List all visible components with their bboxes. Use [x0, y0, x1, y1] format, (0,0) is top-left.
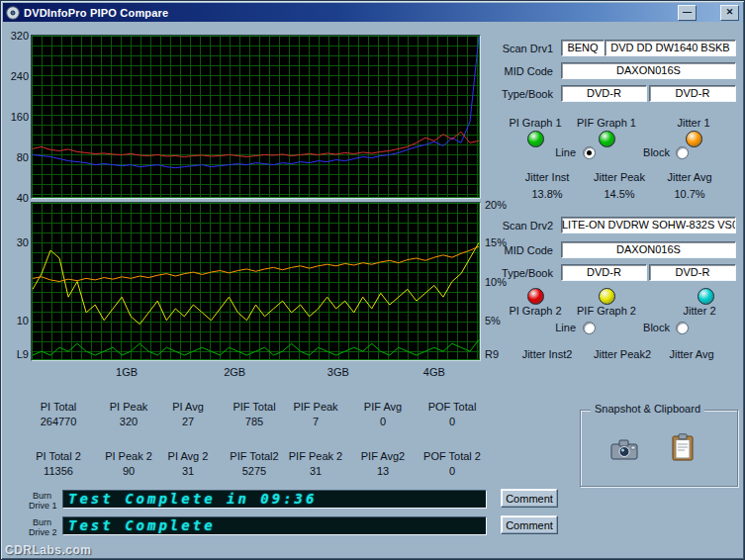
pif-graph1-label: PIF Graph 1	[572, 117, 641, 129]
pi-axis-tick: 160	[3, 111, 29, 123]
jitter-inst2-label: Jitter Inst2	[512, 348, 582, 360]
scan-drv1-label: Scan Drv1	[492, 43, 553, 54]
block2-label: Block	[632, 322, 670, 333]
burn2-label-line2: Drive 2	[29, 528, 57, 537]
camera-icon	[610, 448, 638, 463]
pif-axis-tick: 30	[3, 236, 29, 248]
pif-graph2-label: PIF Graph 2	[572, 305, 641, 317]
burn-drive2-display: Test Complete	[62, 516, 487, 535]
burn-drive2-display-text: Test Complete	[63, 517, 486, 534]
burn-drive1-display-text: Test Complete in 09:36	[63, 491, 486, 508]
jitter-avg1-label: Jitter Avg	[658, 171, 721, 183]
app-icon	[6, 6, 20, 20]
burn-drive1-display: Test Complete in 09:36	[62, 490, 487, 509]
minimize-button[interactable]: —	[678, 5, 697, 21]
stat-row1-col7: POF Total0	[405, 401, 500, 427]
line1-radio[interactable]	[583, 146, 596, 159]
drive1-vendor-field[interactable]: BENQ	[561, 40, 605, 56]
pif-jitter-chart	[31, 202, 481, 361]
block1-radio[interactable]	[676, 146, 689, 159]
scan-drv2-label: Scan Drv2	[492, 220, 553, 232]
stat-value: 0	[405, 416, 500, 427]
snapshot-clipboard-group: Snapshot & Clipboard	[580, 410, 738, 487]
jitter-peak1-value: 14.5%	[588, 188, 651, 200]
stat-row2-col7: POF Total 20	[405, 450, 500, 477]
corner-label-left: L9	[3, 348, 29, 360]
comment1-button[interactable]: Comment	[501, 489, 558, 508]
comment2-button[interactable]: Comment	[501, 515, 558, 534]
jitter1-label: Jitter 1	[659, 117, 728, 129]
corner-label-right: R9	[485, 348, 518, 360]
x-axis-tick: 3GB	[323, 366, 354, 378]
stat-label: POF Total 2	[405, 450, 500, 462]
pi-error-chart-canvas	[32, 36, 480, 198]
jitter-axis-tick: 5%	[485, 315, 518, 327]
pif-jitter-chart-canvas	[32, 203, 480, 360]
clipboard-button[interactable]	[670, 432, 696, 464]
title-bar: DVDInfoPro PIPO Compare — ✕	[3, 3, 742, 22]
jitter-avg2-label: Jitter Avg	[657, 348, 726, 360]
pi-axis-tick: 320	[3, 30, 29, 42]
pi-axis-tick: 40	[3, 192, 29, 204]
jitter-axis-tick: 15%	[485, 236, 518, 248]
jitter-axis-tick: 20%	[485, 199, 518, 211]
x-axis-tick: 1GB	[111, 366, 142, 378]
pi-graph1-label: PI Graph 1	[501, 117, 570, 129]
pi-graph2-indicator	[527, 288, 544, 305]
pi-error-chart	[31, 35, 481, 199]
drive2-book-field[interactable]: DVD-R	[649, 264, 736, 281]
drive1-mid-field[interactable]: DAXON016S	[561, 62, 736, 79]
jitter-inst1-label: Jitter Inst	[515, 171, 579, 183]
block1-label: Block	[632, 146, 670, 158]
line2-label: Line	[546, 322, 576, 333]
mid-code1-label: MID Code	[492, 65, 553, 77]
drive1-model-field[interactable]: DVD DD DW1640 BSKB	[605, 40, 736, 56]
close-button[interactable]: ✕	[720, 5, 739, 21]
burn1-label-line1: Burn	[33, 492, 51, 501]
jitter-avg1-value: 10.7%	[658, 188, 721, 200]
snapshot-group-title: Snapshot & Clipboard	[591, 403, 704, 415]
drive2-type-field[interactable]: DVD-R	[561, 264, 647, 281]
block2-radio[interactable]	[676, 322, 689, 334]
pif-graph2-indicator	[599, 288, 615, 305]
stat-value: 0	[405, 465, 500, 477]
pif-axis-tick: 10	[3, 315, 29, 327]
burn1-label-line2: Drive 1	[29, 502, 57, 511]
pi-axis-tick: 80	[3, 151, 29, 163]
drive2-model-field[interactable]: LITE-ON DVDRW SOHW-832S VS0	[561, 217, 736, 233]
pif-graph1-indicator	[599, 131, 615, 147]
drive1-book-field[interactable]: DVD-R	[649, 85, 736, 102]
clipboard-icon	[672, 449, 694, 464]
jitter-inst1-value: 13.8%	[515, 188, 579, 200]
jitter2-indicator	[698, 288, 714, 305]
cdrlabs-watermark: CDRLabs.com	[5, 543, 92, 557]
stat-label: POF Total	[405, 401, 500, 413]
jitter-peak1-label: Jitter Peak	[588, 171, 651, 183]
pi-axis-tick: 240	[3, 70, 29, 82]
pi-graph1-indicator	[527, 131, 544, 147]
jitter-axis-tick: 10%	[485, 276, 518, 288]
drive2-mid-field[interactable]: DAXON016S	[561, 241, 736, 258]
window-title: DVDInfoPro PIPO Compare	[24, 7, 678, 19]
x-axis-tick: 4GB	[419, 366, 450, 378]
jitter-peak2-label: Jitter Peak2	[588, 348, 657, 360]
dvdinfopro-window: DVDInfoPro PIPO Compare — ✕ Scan Drv1 BE…	[0, 0, 745, 560]
jitter2-label: Jitter 2	[665, 305, 734, 317]
snapshot-button[interactable]	[608, 436, 640, 464]
line2-radio[interactable]	[583, 322, 596, 334]
jitter1-indicator	[686, 131, 702, 147]
burn2-label-line1: Burn	[33, 518, 51, 527]
line1-label: Line	[546, 146, 576, 158]
x-axis-tick: 2GB	[219, 366, 250, 378]
type-book1-label: Type/Book	[492, 88, 553, 100]
drive1-type-field[interactable]: DVD-R	[561, 85, 647, 102]
